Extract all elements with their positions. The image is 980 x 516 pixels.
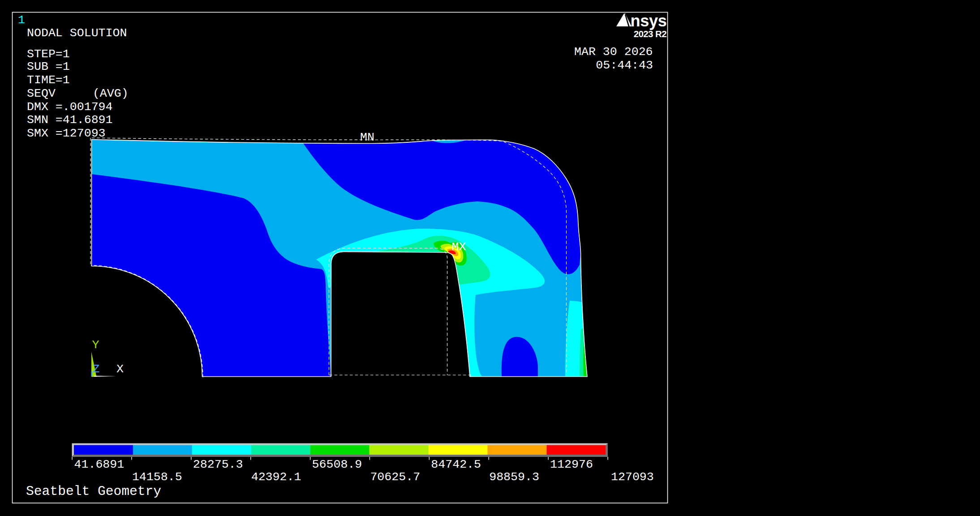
svg-text:MN: MN bbox=[360, 131, 374, 144]
svg-text:42392.1: 42392.1 bbox=[251, 470, 301, 484]
svg-text:28275.3: 28275.3 bbox=[193, 458, 243, 471]
svg-text:Z: Z bbox=[93, 362, 100, 376]
svg-text:84742.5: 84742.5 bbox=[431, 458, 481, 471]
svg-text:14158.5: 14158.5 bbox=[132, 470, 182, 484]
svg-text:MX: MX bbox=[452, 240, 466, 254]
svg-text:127093: 127093 bbox=[611, 470, 654, 484]
svg-text:STEP=1: STEP=1 bbox=[27, 47, 70, 61]
svg-text:SMN =41.6891: SMN =41.6891 bbox=[27, 113, 113, 127]
svg-text:112976: 112976 bbox=[550, 458, 593, 471]
svg-text:NODAL SOLUTION: NODAL SOLUTION bbox=[27, 26, 127, 40]
svg-text:SUB =1: SUB =1 bbox=[27, 60, 70, 73]
svg-text:MAR 30 2026: MAR 30 2026 bbox=[574, 45, 653, 59]
svg-text:Seatbelt Geometry: Seatbelt Geometry bbox=[26, 484, 161, 499]
svg-text:nsys: nsys bbox=[631, 12, 667, 30]
svg-text:2023 R2: 2023 R2 bbox=[634, 29, 667, 39]
svg-text:1: 1 bbox=[18, 13, 25, 27]
svg-text:70625.7: 70625.7 bbox=[370, 470, 420, 484]
svg-text:SEQV: SEQV bbox=[27, 87, 56, 100]
svg-text:X: X bbox=[116, 362, 124, 376]
svg-text:Y: Y bbox=[92, 338, 99, 352]
svg-text:05:44:43: 05:44:43 bbox=[596, 59, 653, 72]
svg-text:SMX =127093: SMX =127093 bbox=[27, 127, 106, 140]
svg-text:98859.3: 98859.3 bbox=[489, 470, 539, 484]
svg-text:41.6891: 41.6891 bbox=[74, 458, 125, 471]
svg-text:(AVG): (AVG) bbox=[93, 87, 129, 100]
svg-text:TIME=1: TIME=1 bbox=[27, 73, 70, 87]
svg-text:56508.9: 56508.9 bbox=[312, 458, 362, 471]
svg-text:DMX =.001794: DMX =.001794 bbox=[27, 100, 113, 114]
